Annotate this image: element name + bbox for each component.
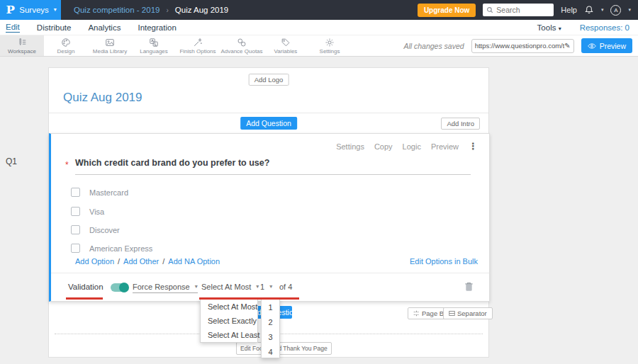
- toolbar-item-finish-options[interactable]: Finish Options: [176, 35, 220, 56]
- menu-item-count-1[interactable]: 1: [262, 300, 279, 314]
- toolbar-item-settings[interactable]: Settings: [308, 35, 352, 56]
- workspace-icon: [17, 38, 27, 47]
- force-response-dropdown[interactable]: Force Response▾: [133, 283, 198, 293]
- toolbar-item-media-library[interactable]: Media Library: [88, 35, 132, 56]
- delete-question-trash-icon[interactable]: [464, 281, 474, 292]
- survey-url-box[interactable]: ✎: [471, 39, 574, 53]
- chevron-down-icon[interactable]: ▾: [628, 7, 631, 13]
- menu-item-select-exactly[interactable]: Select Exactly: [201, 314, 257, 328]
- preview-button[interactable]: Preview: [581, 38, 632, 53]
- add-other-link[interactable]: Add Other: [123, 257, 159, 266]
- menu-item-select-at-most[interactable]: Select At Most: [201, 300, 257, 314]
- kebab-menu-icon[interactable]: ⋮: [469, 141, 478, 152]
- toolbar-item-advance-quotas[interactable]: Advance Quotas: [220, 35, 264, 56]
- survey-canvas: Add Logo Quiz Aug 2019 Add Question Add …: [48, 67, 489, 358]
- survey-nav: Edit Distribute Analytics Integration To…: [0, 20, 638, 35]
- avatar[interactable]: A: [610, 5, 621, 16]
- chevron-down-icon: ▾: [54, 7, 57, 13]
- design-palette-icon: [61, 38, 71, 47]
- question-text-underline: [75, 174, 471, 175]
- add-logo-button[interactable]: Add Logo: [249, 74, 289, 86]
- nav-tab-distribute[interactable]: Distribute: [37, 23, 72, 32]
- eye-icon: [588, 42, 596, 50]
- finish-options-wand-icon: [193, 38, 203, 47]
- settings-gear-icon: [325, 38, 335, 47]
- upgrade-now-button[interactable]: Upgrade Now: [418, 4, 476, 17]
- search-icon: [486, 6, 493, 13]
- separator-button[interactable]: Separator: [443, 307, 493, 319]
- answer-option-row: American Express: [71, 244, 152, 253]
- validation-count-menu: 1 2 3 4: [261, 299, 280, 358]
- menu-item-count-4[interactable]: 4: [262, 344, 279, 359]
- checkbox[interactable]: [71, 188, 80, 197]
- edit-options-bulk-link[interactable]: Edit Options in Bulk: [410, 257, 478, 266]
- required-marker: *: [65, 160, 69, 170]
- add-option-link[interactable]: Add Option: [75, 257, 114, 266]
- variables-tag-icon: [281, 38, 291, 47]
- toolbar-item-languages[interactable]: Languages: [132, 35, 176, 56]
- advance-quotas-icon: [237, 38, 247, 47]
- breadcrumb-current: Quiz Aug 2019: [175, 6, 228, 14]
- top-bar: P Surveys ▾ Quiz competition - 2019 › Qu…: [0, 0, 638, 20]
- search-box[interactable]: [483, 4, 554, 16]
- breadcrumb-separator-icon: ›: [166, 6, 168, 14]
- answer-option-row: Visa: [71, 207, 104, 216]
- question-copy-link[interactable]: Copy: [374, 142, 393, 151]
- nav-tab-edit[interactable]: Edit: [6, 23, 20, 33]
- separator-icon: [449, 310, 455, 317]
- languages-icon: [149, 38, 159, 47]
- toolbar-item-variables[interactable]: Variables: [264, 35, 308, 56]
- toolbar-item-workspace[interactable]: Workspace: [0, 35, 44, 56]
- search-input[interactable]: [496, 6, 547, 14]
- media-library-icon: [105, 38, 115, 47]
- product-switcher[interactable]: P Surveys ▾: [0, 0, 61, 20]
- question-id-label: Q1: [6, 157, 17, 166]
- answer-option-row: Discover: [71, 225, 120, 234]
- add-question-button-top[interactable]: Add Question: [240, 117, 297, 130]
- toolbar-item-design[interactable]: Design: [44, 35, 88, 56]
- of-total-label: of 4: [279, 283, 292, 291]
- validation-rule-dropdown[interactable]: Select At Most▾: [201, 283, 259, 291]
- validation-bar: Validation Force Response▾ Select At Mos…: [51, 273, 489, 301]
- help-link[interactable]: Help: [561, 6, 577, 14]
- breadcrumb: Quiz competition - 2019 › Quiz Aug 2019: [74, 6, 228, 14]
- save-status: All changes saved: [403, 42, 464, 50]
- chevron-down-icon[interactable]: ▾: [601, 7, 604, 13]
- validation-count-dropdown[interactable]: 1▾: [260, 283, 272, 291]
- edit-url-pencil-icon[interactable]: ✎: [564, 42, 570, 50]
- question-logic-link[interactable]: Logic: [403, 142, 421, 151]
- add-na-option-link[interactable]: Add NA Option: [168, 257, 220, 266]
- checkbox[interactable]: [71, 244, 80, 253]
- page-break-icon: [413, 310, 420, 317]
- checkbox[interactable]: [71, 225, 80, 234]
- responses-count[interactable]: Responses: 0: [580, 23, 629, 32]
- question-text[interactable]: Which credit card brand do you prefer to…: [75, 158, 269, 168]
- chevron-down-icon: ▾: [269, 284, 272, 290]
- product-name: Surveys: [19, 6, 49, 14]
- annotation-underline-validation: [66, 297, 103, 300]
- validation-label: Validation: [68, 283, 103, 291]
- question-settings-link[interactable]: Settings: [336, 142, 364, 151]
- chevron-down-icon: ▾: [559, 25, 561, 32]
- notifications-bell-icon[interactable]: [584, 5, 594, 15]
- tools-menu[interactable]: Tools ▾: [537, 23, 561, 32]
- question-preview-link[interactable]: Preview: [431, 142, 459, 151]
- survey-url-input[interactable]: [475, 42, 565, 50]
- survey-title[interactable]: Quiz Aug 2019: [63, 91, 142, 105]
- chevron-down-icon: ▾: [195, 284, 198, 290]
- menu-item-count-3[interactable]: 3: [262, 329, 279, 344]
- edit-footer-thankyou-button[interactable]: Edit Footer and Thank You Page: [236, 342, 332, 355]
- header-divider: [49, 113, 488, 113]
- nav-tab-integration[interactable]: Integration: [138, 23, 176, 32]
- questionpro-logo: P: [6, 4, 14, 16]
- validation-toggle[interactable]: [111, 283, 128, 292]
- validation-rule-menu: Select At Most Select Exactly Select At …: [200, 299, 258, 343]
- menu-item-select-at-least[interactable]: Select At Least: [201, 328, 257, 342]
- nav-tab-analytics[interactable]: Analytics: [88, 23, 121, 32]
- checkbox[interactable]: [71, 207, 80, 216]
- answer-option-row: Mastercard: [71, 188, 128, 197]
- menu-item-count-2[interactable]: 2: [262, 314, 279, 329]
- breadcrumb-parent[interactable]: Quiz competition - 2019: [74, 6, 160, 14]
- editor-toolbar: Workspace Design Media Library Languages…: [0, 35, 638, 57]
- add-intro-button[interactable]: Add Intro: [441, 118, 480, 130]
